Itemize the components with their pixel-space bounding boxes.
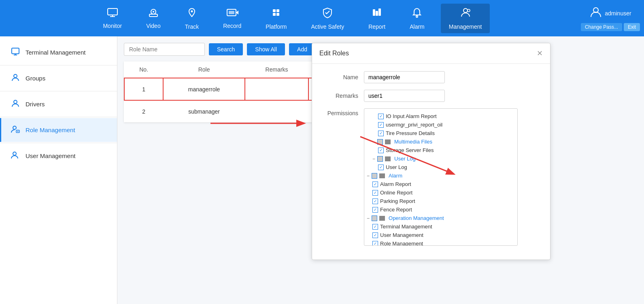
nav-item-video[interactable]: Video — [138, 4, 169, 32]
change-pass-button[interactable]: Change Pass... — [581, 23, 622, 31]
svg-point-26 — [13, 126, 16, 129]
role-name-input[interactable] — [124, 43, 205, 56]
label-alarm-report: Alarm Report — [380, 181, 411, 187]
nav-items-container: Monitor Video Track Record — [4, 4, 581, 33]
svg-rect-15 — [376, 11, 378, 16]
cell-remarks-1 — [245, 78, 309, 100]
checkbox-user-mgmt[interactable] — [372, 232, 378, 238]
sidebar-label-groups: Groups — [26, 75, 45, 82]
alarm-icon — [411, 7, 423, 21]
cell-remarks-2 — [245, 100, 309, 122]
checkbox-terminal-mgmt[interactable] — [372, 224, 378, 230]
remarks-input[interactable] — [364, 90, 445, 102]
user-area: adminuser — [589, 6, 631, 21]
panel-header: Edit Roles ✕ — [312, 43, 550, 64]
cell-role-2: submanager — [163, 100, 245, 122]
checkbox-usermgr[interactable] — [378, 122, 384, 128]
management-icon — [460, 7, 471, 21]
col-no: No. — [124, 61, 163, 78]
name-input[interactable] — [364, 71, 445, 83]
checkbox-storage[interactable] — [378, 148, 384, 153]
panel-close-button[interactable]: ✕ — [537, 49, 543, 58]
show-all-button[interactable]: Show All — [247, 43, 285, 55]
nav-item-active-safety[interactable]: Active Safety — [303, 4, 352, 33]
checkbox-alarm-report[interactable] — [372, 182, 378, 187]
checkbox-multimedia[interactable] — [377, 139, 383, 145]
terminal-icon — [11, 47, 20, 58]
nav-item-track[interactable]: Track — [177, 4, 207, 33]
nav-item-monitor[interactable]: Monitor — [95, 4, 130, 32]
sidebar-item-user-management[interactable]: User Management — [0, 144, 117, 168]
nav-label-track: Track — [185, 23, 199, 30]
svg-rect-0 — [108, 8, 117, 15]
nav-item-management[interactable]: Management — [441, 4, 490, 33]
checkbox-operation-mgmt[interactable] — [372, 215, 377, 221]
checkbox-user-log[interactable] — [378, 165, 384, 170]
nav-item-platform[interactable]: Platform — [257, 4, 295, 33]
sidebar-item-role-management[interactable]: Role Management — [0, 118, 117, 142]
drivers-icon — [11, 99, 20, 110]
record-icon — [226, 8, 238, 20]
role-icon — [11, 125, 20, 135]
checkbox-role-mgmt[interactable] — [372, 241, 378, 246]
permissions-row: Permissions IO Input Alarm Report usermg… — [322, 108, 540, 246]
user-avatar-icon — [589, 6, 602, 21]
nav-item-alarm[interactable]: Alarm — [402, 4, 433, 33]
sidebar-label-drivers: Drivers — [26, 101, 45, 108]
remarks-row: Remarks — [322, 90, 540, 102]
search-button[interactable]: Search — [209, 43, 243, 55]
checkbox-parking-report[interactable] — [372, 198, 378, 204]
checkbox-alarm-folder[interactable] — [372, 173, 377, 179]
folder-operation-icon — [379, 216, 385, 221]
user-mgmt-icon — [11, 150, 20, 161]
track-icon — [186, 7, 198, 21]
tree-item-user-log-folder: − User Log — [367, 154, 515, 163]
panel-title: Edit Roles — [319, 50, 349, 57]
exit-button[interactable]: Exit — [624, 23, 640, 31]
svg-rect-11 — [276, 9, 279, 12]
collapse-multimedia[interactable]: − — [372, 139, 375, 145]
cell-no-2: 2 — [124, 100, 163, 122]
nav-label-platform: Platform — [266, 23, 287, 30]
tree-item-user-log: User Log — [367, 163, 515, 171]
top-navigation: Monitor Video Track Record — [0, 0, 644, 36]
svg-rect-14 — [373, 9, 375, 16]
label-alarm-folder: Alarm — [389, 173, 402, 179]
label-operation-mgmt: Operation Management — [389, 215, 444, 221]
checkbox-io-input[interactable] — [378, 114, 384, 119]
collapse-operation[interactable]: − — [367, 215, 370, 221]
nav-item-report[interactable]: Report — [360, 4, 393, 33]
sidebar-item-groups[interactable]: Groups — [0, 66, 117, 90]
video-icon — [148, 8, 159, 20]
checkbox-tire[interactable] — [378, 131, 384, 136]
tree-item-online-report: Online Report — [367, 188, 515, 197]
nav-item-record[interactable]: Record — [215, 4, 249, 32]
nav-label-monitor: Monitor — [103, 23, 122, 29]
nav-label-report: Report — [368, 23, 385, 30]
sidebar-item-drivers[interactable]: Drivers — [0, 92, 117, 116]
collapse-alarm[interactable]: − — [367, 173, 370, 179]
checkbox-online-report[interactable] — [372, 190, 378, 196]
sidebar-label-role-management: Role Management — [26, 127, 75, 133]
sidebar-item-terminal[interactable]: Terminal Management — [0, 40, 117, 64]
panel-body: Name Remarks Permissions IO Input Alarm … — [312, 64, 550, 260]
svg-rect-21 — [12, 48, 19, 54]
edit-roles-panel: Edit Roles ✕ Name Remarks Permissions — [312, 43, 550, 260]
checkbox-user-log-folder[interactable] — [377, 156, 383, 162]
remarks-label: Remarks — [322, 93, 358, 99]
checkbox-fence-report[interactable] — [372, 207, 378, 213]
sidebar: Terminal Management Groups Drivers Role … — [0, 36, 117, 304]
nav-label-record: Record — [223, 23, 241, 29]
nav-label-alarm: Alarm — [410, 23, 425, 30]
col-remarks: Remarks — [245, 61, 309, 78]
name-row: Name — [322, 71, 540, 83]
label-storage: Storage Server Files — [386, 147, 434, 153]
svg-point-4 — [153, 11, 154, 13]
collapse-user-log[interactable]: − — [372, 156, 375, 162]
permissions-tree[interactable]: IO Input Alarm Report usermgr_privi_repo… — [364, 108, 518, 246]
monitor-icon — [107, 8, 118, 20]
svg-rect-10 — [273, 9, 276, 12]
sidebar-label-user-management: User Management — [26, 152, 75, 159]
groups-icon — [11, 73, 20, 84]
nav-label-management: Management — [449, 23, 482, 30]
